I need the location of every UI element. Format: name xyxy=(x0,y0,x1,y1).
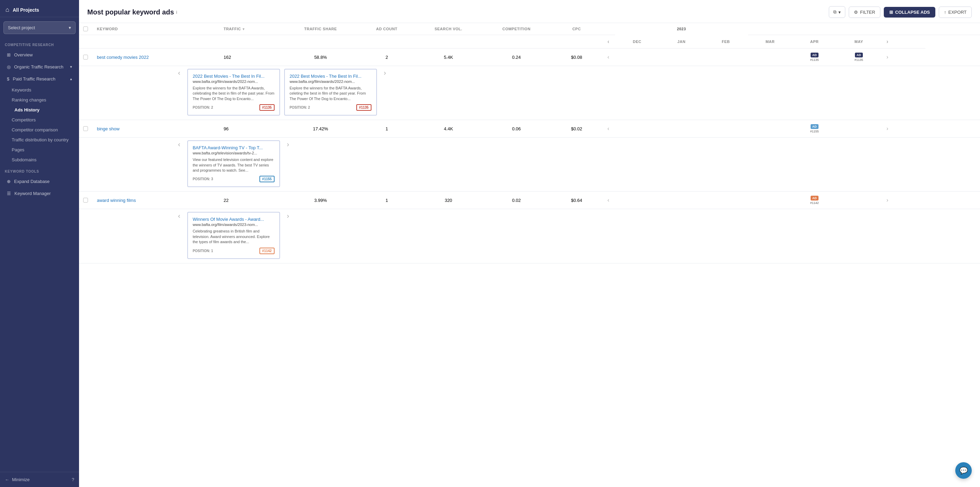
th-nav-left xyxy=(602,23,615,35)
carousel-left-icon: ‹ xyxy=(178,141,180,148)
sidebar-item-expand-database[interactable]: ⊕ Expand Database xyxy=(2,176,77,187)
pages-label: Pages xyxy=(12,147,24,152)
traffic-sort-icon[interactable]: ▾ xyxy=(243,27,245,31)
ad-badge-cell-2-4[interactable]: AD #1142 xyxy=(797,196,833,204)
export-button[interactable]: ↑ EXPORT xyxy=(939,6,972,18)
row-nav-left-1[interactable]: ‹ xyxy=(606,126,611,131)
traffic-val-2: 22 xyxy=(220,192,283,209)
th-competition: COMPETITION xyxy=(482,23,552,35)
ad-card-title-0-1[interactable]: 2022 Best Movies - The Best In Fil... xyxy=(290,73,371,79)
ad-carousel-right-2[interactable]: › xyxy=(284,212,292,220)
ad-carousel-right-0[interactable]: › xyxy=(381,69,389,77)
sidebar-header[interactable]: ⌂ All Projects xyxy=(0,0,79,17)
keyword-header: KEYWORD xyxy=(97,27,118,31)
keyword-manager-label: Keyword Manager xyxy=(14,191,51,196)
minimize-button[interactable]: ← Minimize xyxy=(5,477,30,482)
row-checkbox-0[interactable] xyxy=(83,55,88,59)
help-icon[interactable]: ? xyxy=(72,477,74,482)
carousel-right-icon: › xyxy=(287,212,290,220)
carousel-right-icon: › xyxy=(384,69,386,77)
row-nav-right-2[interactable]: › xyxy=(885,197,889,203)
competition-header: COMPETITION xyxy=(503,27,531,31)
collapse-ads-button[interactable]: ⊞ COLLAPSE ADS xyxy=(884,7,935,18)
row-checkbox-1[interactable] xyxy=(83,126,88,131)
row-checkbox-2[interactable] xyxy=(83,198,88,203)
ranking-changes-label: Ranking changes xyxy=(12,97,46,102)
month-nav-left[interactable]: ‹ xyxy=(606,38,611,45)
ad-card-title-0-0[interactable]: 2022 Best Movies - The Best In Fil... xyxy=(193,73,275,79)
table-row: award winning films223.99%13200.02$0.64‹… xyxy=(79,192,980,209)
sidebar-footer[interactable]: ← Minimize ? xyxy=(0,472,79,487)
ad-badge-cell-0-4[interactable]: AD #1135 xyxy=(797,53,833,62)
sidebar-item-keywords[interactable]: Keywords xyxy=(0,85,79,95)
ad-carousel-left-2[interactable]: ‹ xyxy=(175,212,183,220)
sidebar-item-keyword-manager[interactable]: ☰ Keyword Manager xyxy=(2,188,77,199)
ad-count-val-2: 1 xyxy=(358,192,415,209)
th-ad-count: AD COUNT xyxy=(358,23,415,35)
month-nav-right[interactable]: › xyxy=(885,38,890,45)
chat-bubble[interactable]: 💬 xyxy=(955,462,972,479)
th-keyword: KEYWORD xyxy=(93,23,220,35)
ad-cards-container-2: ‹ Winners Of Movie Awards - Award... www… xyxy=(79,209,925,263)
ad-carousel-left-0[interactable]: ‹ xyxy=(175,69,183,77)
ad-badge-cell-0-5[interactable]: AD #1135 xyxy=(841,53,877,62)
keyword-link-2[interactable]: award winning films xyxy=(97,198,136,203)
competition-val-2: 0.02 xyxy=(482,192,552,209)
ad-card-desc-1-0: View our featured television content and… xyxy=(193,157,275,173)
ad-carousel-right-1[interactable]: › xyxy=(284,141,292,148)
keyword-tools-section: KEYWORD TOOLS xyxy=(0,165,79,176)
select-all-checkbox[interactable] xyxy=(83,27,88,31)
sidebar-item-ranking-changes[interactable]: Ranking changes xyxy=(0,95,79,105)
row-nav-left-2[interactable]: ‹ xyxy=(606,197,611,203)
row-nav-right-0[interactable]: › xyxy=(885,54,889,60)
month-cell-0-5: AD #1135 xyxy=(837,48,881,66)
th-traffic[interactable]: TRAFFIC ▾ xyxy=(220,23,283,35)
keywords-label: Keywords xyxy=(12,87,31,93)
ad-card-position-2-0: POSITION: 1 xyxy=(193,249,213,253)
overview-label: Overview xyxy=(14,52,33,57)
competitor-comparison-label: Competitor comparison xyxy=(12,127,58,133)
sidebar-item-subdomains[interactable]: Subdomains xyxy=(0,155,79,165)
sidebar-item-overview[interactable]: ⊞ Overview xyxy=(2,49,77,61)
sidebar-item-ads-history[interactable]: Ads History xyxy=(0,105,79,115)
sidebar-item-traffic-distribution[interactable]: Traffic distribution by country xyxy=(0,135,79,145)
row-nav-left-0[interactable]: ‹ xyxy=(606,54,611,60)
page-title-wrapper: Most popular keyword ads i xyxy=(87,8,177,16)
collapse-ads-label: COLLAPSE ADS xyxy=(895,10,930,15)
ad-expand-row-2: ‹ Winners Of Movie Awards - Award... www… xyxy=(79,209,980,263)
ad-card-title-1-0[interactable]: BAFTA Award-Winning TV - Top T... xyxy=(193,145,275,150)
all-projects-label[interactable]: All Projects xyxy=(13,7,39,13)
keyword-link-1[interactable]: binge show xyxy=(97,126,119,131)
minimize-label: Minimize xyxy=(12,477,30,482)
sidebar-item-pages[interactable]: Pages xyxy=(0,145,79,155)
info-icon[interactable]: i xyxy=(176,10,177,15)
sidebar-item-organic-traffic[interactable]: ◎ Organic Traffic Research ▾ xyxy=(2,61,77,73)
traffic-header: TRAFFIC xyxy=(224,27,241,31)
project-select[interactable]: Select project ▾ xyxy=(3,21,76,34)
th-year: 2023 xyxy=(615,23,748,35)
keyword-ads-table: KEYWORD TRAFFIC ▾ TRAFFIC SHARE AD COUNT xyxy=(79,23,980,263)
th-checkbox xyxy=(79,23,93,35)
sidebar-item-paid-traffic[interactable]: $ Paid Traffic Research ▴ xyxy=(2,73,77,85)
month-cell-1-0 xyxy=(615,120,659,137)
copy-icon: ⧉ xyxy=(833,9,836,15)
ad-card-desc-0-1: Explore the winners for the BAFTA Awards… xyxy=(290,86,371,101)
th-nav-right xyxy=(970,23,980,35)
filter-button[interactable]: ⚙ FILTER xyxy=(849,6,880,18)
row-nav-right-1[interactable]: › xyxy=(885,126,889,131)
th-search-vol: SEARCH VOL. xyxy=(415,23,482,35)
ad-carousel-left-1[interactable]: ‹ xyxy=(175,141,183,148)
competition-val-1: 0.06 xyxy=(482,120,552,137)
ad-card-url-0-0: www.bafta.org/film/awards/2022-nom... xyxy=(193,80,275,83)
traffic-val-1: 96 xyxy=(220,120,283,137)
sidebar-item-competitors[interactable]: Competitors xyxy=(0,115,79,125)
copy-button[interactable]: ⧉ ▾ xyxy=(829,6,845,18)
ad-card-title-2-0[interactable]: Winners Of Movie Awards - Award... xyxy=(193,217,275,222)
sidebar-item-competitor-comparison[interactable]: Competitor comparison xyxy=(0,125,79,135)
search-vol-header: SEARCH VOL. xyxy=(435,27,463,31)
ad-card-position-1-0: POSITION: 3 xyxy=(193,177,213,181)
keyword-link-0[interactable]: best comedy movies 2022 xyxy=(97,55,149,60)
paid-traffic-label: Paid Traffic Research xyxy=(13,77,55,81)
ad-badge-cell-1-4[interactable]: AD #1155 xyxy=(797,124,833,133)
th-apr-label: APR xyxy=(792,35,837,48)
